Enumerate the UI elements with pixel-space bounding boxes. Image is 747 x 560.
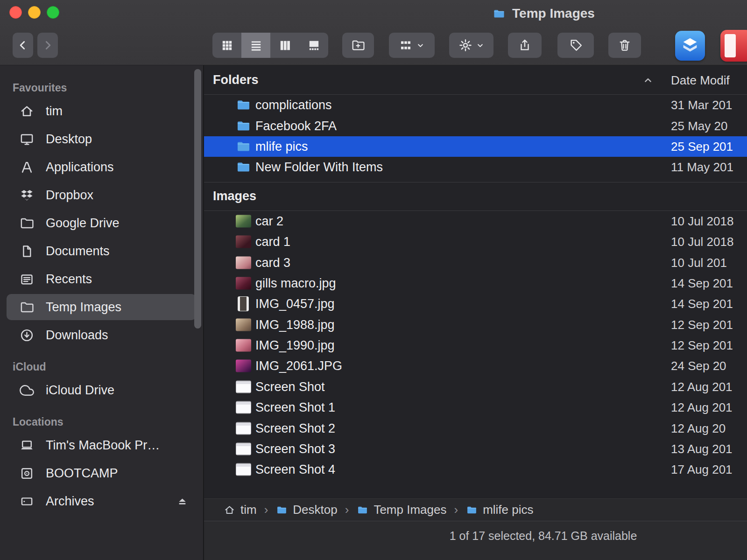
- share-icon: [518, 38, 532, 52]
- thumbnail-screenshot-icon: [233, 401, 254, 414]
- file-date-modified: 13 Aug 201: [671, 442, 733, 456]
- file-row-mlife-pics[interactable]: mlife pics25 Sep 201: [204, 136, 747, 157]
- file-name: IMG_2061.JPG: [255, 359, 342, 373]
- file-date-modified: 25 May 20: [671, 119, 727, 133]
- column-header-folders[interactable]: Folders: [213, 73, 259, 87]
- file-row-new-folder-with-items[interactable]: New Folder With Items11 May 201: [204, 157, 747, 177]
- column-view-button[interactable]: [270, 33, 299, 58]
- forward-button[interactable]: [37, 33, 58, 58]
- status-text: 1 of 17 selected, 84.71 GB available: [450, 529, 637, 543]
- sidebar-section-label: Favourites: [0, 77, 204, 98]
- sidebar-item-downloads[interactable]: Downloads: [7, 322, 196, 348]
- file-list: Folders Date Modif complications31 Mar 2…: [204, 65, 747, 560]
- column-view-icon: [278, 39, 292, 52]
- sidebar-item-label: Documents: [46, 244, 110, 259]
- path-separator: ›: [344, 503, 350, 517]
- path-item-mlife-pics[interactable]: mlife pics: [465, 503, 533, 517]
- sidebar-item-dropbox[interactable]: Dropbox: [7, 182, 196, 208]
- app-icon-red[interactable]: [720, 30, 747, 62]
- file-row-car-2[interactable]: car 210 Jul 2018: [204, 211, 747, 231]
- file-row-screen-shot-2[interactable]: Screen Shot 212 Aug 20: [204, 418, 747, 438]
- sidebar-item-desktop[interactable]: Desktop: [7, 126, 196, 152]
- column-header-date-modified[interactable]: Date Modif: [671, 73, 730, 88]
- file-date-modified: 12 Sep 201: [671, 338, 733, 353]
- folder-icon: [465, 504, 478, 516]
- file-row-complications[interactable]: complications31 Mar 201: [204, 95, 747, 115]
- chevron-left-icon: [17, 39, 29, 51]
- file-row-card-1[interactable]: card 110 Jul 2018: [204, 231, 747, 252]
- dropbox-icon: [19, 187, 35, 203]
- sidebar-item-label: Google Drive: [46, 216, 120, 231]
- file-name: Screen Shot: [255, 379, 325, 394]
- sidebar-item-bootcamp[interactable]: BOOTCAMP: [7, 460, 196, 486]
- folder-icon: [233, 119, 254, 133]
- path-item-label: Desktop: [293, 503, 337, 517]
- nav-buttons: [13, 33, 58, 58]
- action-menu-button[interactable]: [449, 33, 493, 58]
- disk-internal-icon: [19, 465, 35, 481]
- sidebar-item-documents[interactable]: Documents: [7, 238, 196, 264]
- sidebar-section-locations: LocationsTim's MacBook Pr…BOOTCAMPArchiv…: [0, 412, 204, 514]
- sidebar-item-label: Recents: [46, 272, 92, 287]
- sidebar-item-temp-images[interactable]: Temp Images: [7, 294, 196, 320]
- file-row-screen-shot-3[interactable]: Screen Shot 313 Aug 201: [204, 439, 747, 459]
- sidebar-item-label: Tim's MacBook Pr…: [46, 438, 160, 453]
- file-row-img-0457-jpg[interactable]: IMG_0457.jpg14 Sep 201: [204, 294, 747, 314]
- thumbnail-pink-icon: [233, 256, 254, 269]
- eject-icon[interactable]: [176, 495, 189, 508]
- file-name: car 2: [255, 214, 283, 228]
- sidebar-item-archives[interactable]: Archives: [7, 488, 196, 514]
- path-bar: tim›Desktop›Temp Images›mlife pics: [204, 498, 747, 521]
- delete-button[interactable]: [608, 33, 641, 58]
- back-button[interactable]: [13, 33, 33, 58]
- icon-view-button[interactable]: [212, 33, 241, 58]
- share-button[interactable]: [508, 33, 542, 58]
- sidebar-item-tim-s-macbook-pr[interactable]: Tim's MacBook Pr…: [7, 432, 196, 458]
- trash-icon: [618, 38, 632, 52]
- sort-ascending-icon[interactable]: [642, 74, 654, 86]
- file-row-screen-shot-4[interactable]: Screen Shot 417 Aug 201: [204, 459, 747, 480]
- sidebar-item-icloud-drive[interactable]: iCloud Drive: [7, 377, 196, 403]
- file-name: IMG_1990.jpg: [255, 338, 335, 353]
- file-row-img-1990-jpg[interactable]: IMG_1990.jpg12 Sep 201: [204, 335, 747, 356]
- file-date-modified: 12 Aug 201: [671, 379, 733, 394]
- file-row-screen-shot-1[interactable]: Screen Shot 112 Aug 201: [204, 397, 747, 418]
- sidebar-item-label: BOOTCAMP: [46, 466, 118, 481]
- thumbnail-screenshot-icon: [233, 443, 254, 455]
- sidebar-item-label: tim: [46, 104, 63, 119]
- file-date-modified: 10 Jul 201: [671, 255, 727, 270]
- sidebar-item-tim[interactable]: tim: [7, 98, 196, 124]
- file-row-facebook-2fa[interactable]: Facebook 2FA25 May 20: [204, 115, 747, 136]
- path-item-tim[interactable]: tim: [223, 503, 257, 517]
- gallery-view-button[interactable]: [299, 33, 328, 58]
- sidebar-item-label: iCloud Drive: [46, 383, 114, 398]
- file-name: Screen Shot 4: [255, 462, 335, 477]
- sidebar-item-recents[interactable]: Recents: [7, 266, 196, 292]
- sidebar-item-google-drive[interactable]: Google Drive: [7, 210, 196, 236]
- file-row-card-3[interactable]: card 310 Jul 201: [204, 252, 747, 273]
- path-separator: ›: [263, 503, 269, 517]
- app-red-icon: [725, 34, 736, 57]
- list-rows: complications31 Mar 201Facebook 2FA25 Ma…: [204, 95, 747, 480]
- app-icon-blue[interactable]: [675, 31, 705, 61]
- path-item-label: Temp Images: [374, 503, 446, 517]
- file-row-img-2061-jpg[interactable]: IMG_2061.JPG24 Sep 20: [204, 356, 747, 376]
- sidebar-section-label: Locations: [0, 412, 204, 432]
- file-row-gills-macro-jpg[interactable]: gills macro.jpg14 Sep 201: [204, 273, 747, 294]
- toolbar: [0, 0, 747, 65]
- folder-outline-icon: [19, 215, 35, 231]
- sidebar-section-favourites: FavouritestimDesktopApplicationsDropboxG…: [0, 77, 204, 348]
- tag-button[interactable]: [557, 33, 594, 58]
- list-view-button[interactable]: [241, 33, 270, 58]
- sidebar-item-applications[interactable]: Applications: [7, 154, 196, 180]
- sidebar-scrollbar[interactable]: [194, 69, 201, 329]
- file-date-modified: 17 Aug 201: [671, 462, 733, 477]
- new-folder-button[interactable]: [342, 33, 374, 58]
- path-item-temp-images[interactable]: Temp Images: [356, 503, 446, 517]
- file-row-img-1988-jpg[interactable]: IMG_1988.jpg12 Sep 201: [204, 315, 747, 335]
- group-button[interactable]: [389, 33, 435, 58]
- file-date-modified: 25 Sep 201: [671, 139, 733, 154]
- sidebar-item-label: Desktop: [46, 132, 92, 147]
- file-row-screen-shot[interactable]: Screen Shot12 Aug 201: [204, 377, 747, 397]
- path-item-desktop[interactable]: Desktop: [275, 503, 337, 517]
